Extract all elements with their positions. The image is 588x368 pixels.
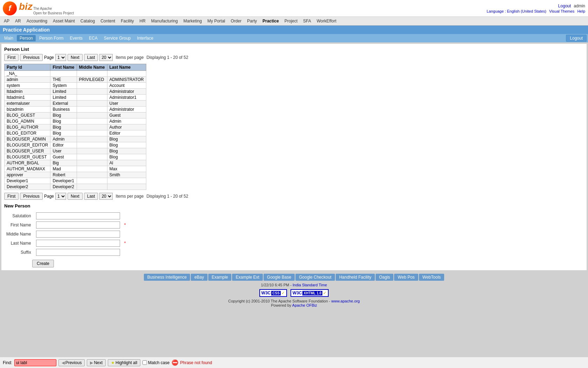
- cell-middle_name: [77, 172, 107, 178]
- first-name-input[interactable]: [36, 222, 120, 229]
- footer-link-web-pos[interactable]: Web Pos: [394, 274, 418, 281]
- cell-first_name: External: [50, 101, 77, 107]
- table-row[interactable]: _NA_: [5, 71, 146, 77]
- previous-btn-bottom[interactable]: Previous: [20, 193, 43, 200]
- footer-link-webtools[interactable]: WebTools: [419, 274, 444, 281]
- cell-last_name: Editor: [107, 130, 146, 136]
- table-row[interactable]: approverRobertSmith: [5, 172, 146, 178]
- cell-last_name: [107, 178, 146, 184]
- table-row[interactable]: AUTHOR_BIGALBigAl: [5, 160, 146, 166]
- subnav-item-eca[interactable]: ECA: [86, 35, 100, 41]
- topnav-item-manufacturing[interactable]: Manufacturing: [149, 18, 180, 25]
- topnav-item-order[interactable]: Order: [228, 18, 244, 25]
- table-row[interactable]: bizadminBusinessAdministrator: [5, 107, 146, 113]
- topnav-item-practice[interactable]: Practice: [260, 18, 281, 25]
- topnav-item-accounting[interactable]: Accounting: [24, 18, 50, 25]
- create-button[interactable]: Create: [32, 260, 54, 267]
- table-row[interactable]: externaluserExternalUser: [5, 101, 146, 107]
- username: admin: [574, 4, 585, 8]
- col-first-name[interactable]: First Name: [50, 64, 77, 71]
- footer-link-google-base[interactable]: Google Base: [264, 274, 295, 281]
- new-person-form: Salutation First Name * Middle Name Last…: [4, 211, 128, 257]
- table-row[interactable]: Developer2Developer2: [5, 184, 146, 190]
- cell-last_name: [107, 184, 146, 190]
- first-btn-top[interactable]: First: [4, 54, 19, 61]
- table-row[interactable]: BLOGUSER_GUESTGuestBlog: [5, 154, 146, 160]
- col-party-id[interactable]: Party Id: [5, 64, 50, 71]
- previous-btn-top[interactable]: Previous: [20, 54, 43, 61]
- footer-link-example-ext[interactable]: Example Ext: [232, 274, 262, 281]
- topnav-item-catalog[interactable]: Catalog: [78, 18, 97, 25]
- subnav-item-events[interactable]: Events: [67, 35, 85, 41]
- next-btn-bottom[interactable]: Next: [68, 193, 83, 200]
- table-row[interactable]: systemSystemAccount: [5, 83, 146, 89]
- table-row[interactable]: Developer1Developer1: [5, 178, 146, 184]
- table-row[interactable]: BLOG_ADMINBlogAdmin: [5, 118, 146, 124]
- items-per-page-select-top[interactable]: 20 10 50: [99, 54, 113, 61]
- last-name-label: Last Name: [4, 239, 34, 248]
- subnav-item-person[interactable]: Person: [17, 35, 36, 41]
- salutation-input[interactable]: [36, 212, 120, 219]
- topnav-item-ar[interactable]: AR: [13, 18, 23, 25]
- visual-themes-link[interactable]: Visual Themes: [549, 9, 574, 13]
- table-row[interactable]: BLOG_EDITORBlogEditor: [5, 130, 146, 136]
- cell-middle_name: [77, 107, 107, 113]
- ofbiz-link[interactable]: Apache OFBiz: [292, 303, 317, 307]
- topnav-item-facility[interactable]: Facility: [118, 18, 136, 25]
- table-row[interactable]: BLOG_GUESTBlogGuest: [5, 113, 146, 118]
- topnav-item-hr[interactable]: HR: [137, 18, 148, 25]
- table-row[interactable]: ltdadmin1LimitedAdministrator1: [5, 95, 146, 101]
- topnav-item-content[interactable]: Content: [98, 18, 118, 25]
- table-row[interactable]: ltdadminLimitedAdministrator: [5, 89, 146, 95]
- cell-party_id: AUTHOR_MADMAX: [5, 166, 50, 172]
- cell-last_name: Smith: [107, 172, 146, 178]
- table-row[interactable]: adminTHEPRIVILEGEDADMINISTRATOR: [5, 77, 146, 83]
- language-link[interactable]: Language : English (United States): [486, 9, 546, 13]
- middle-name-input[interactable]: [36, 231, 120, 238]
- cell-party_id: AUTHOR_BIGAL: [5, 160, 50, 166]
- topnav-item-workeffort[interactable]: WorkEffort: [314, 18, 339, 25]
- table-row[interactable]: BLOGUSER_USERUserBlog: [5, 148, 146, 154]
- footer-link-example[interactable]: Example: [208, 274, 232, 281]
- table-row[interactable]: BLOGUSER_EDITOREditorBlog: [5, 142, 146, 148]
- first-btn-bottom[interactable]: First: [4, 193, 19, 200]
- last-name-required: *: [124, 241, 126, 246]
- timezone-link[interactable]: India Standard Time: [293, 283, 327, 287]
- cell-first_name: Blog: [50, 113, 77, 118]
- table-row[interactable]: BLOG_AUTHORBlogAuthor: [5, 124, 146, 130]
- subnav-item-interface[interactable]: Interface: [134, 35, 156, 41]
- page-select-bottom[interactable]: 1 2 3: [55, 193, 66, 200]
- topnav-item-ap[interactable]: AP: [1, 18, 12, 25]
- footer-link-google-checkout[interactable]: Google Checkout: [295, 274, 335, 281]
- table-row[interactable]: AUTHOR_MADMAXMadMax: [5, 166, 146, 172]
- footer-link-business-intelligence[interactable]: Business Intelligence: [144, 274, 190, 281]
- middle-name-row: Middle Name: [4, 230, 128, 239]
- topnav-item-asset-maint[interactable]: Asset Maint: [50, 18, 77, 25]
- subnav-item-main[interactable]: Main: [1, 35, 16, 41]
- help-link[interactable]: Help: [577, 9, 585, 13]
- topnav-item-sfa[interactable]: SFA: [301, 18, 314, 25]
- page-select-top[interactable]: 1 2 3: [55, 54, 66, 61]
- logout-link[interactable]: Logout: [558, 4, 571, 8]
- items-per-page-select-bottom[interactable]: 20 10 50: [99, 193, 113, 200]
- topnav-item-marketing[interactable]: Marketing: [181, 18, 204, 25]
- topnav-item-party[interactable]: Party: [245, 18, 259, 25]
- topnav-item-project[interactable]: Project: [282, 18, 300, 25]
- col-last-name[interactable]: Last Name: [107, 64, 146, 71]
- table-row[interactable]: BLOGUSER_ADMINAdminBlog: [5, 136, 146, 142]
- last-btn-top[interactable]: Last: [84, 54, 98, 61]
- footer-link-ebay[interactable]: eBay: [191, 274, 207, 281]
- col-middle-name[interactable]: Middle Name: [77, 64, 107, 71]
- subnav-logout-btn[interactable]: Logout: [566, 35, 587, 42]
- subnav-item-person-form[interactable]: Person Form: [36, 35, 66, 41]
- footer-link-oagis[interactable]: Oagis: [376, 274, 393, 281]
- next-btn-top[interactable]: Next: [68, 54, 83, 61]
- cell-last_name: [107, 71, 146, 77]
- last-btn-bottom[interactable]: Last: [84, 193, 98, 200]
- apache-link[interactable]: www.apache.org: [331, 299, 360, 303]
- footer-link-handheld-facility[interactable]: Handheld Facility: [336, 274, 375, 281]
- suffix-input[interactable]: [36, 249, 120, 256]
- subnav-item-service-group[interactable]: Service Group: [101, 35, 134, 41]
- topnav-item-my-portal[interactable]: My Portal: [205, 18, 228, 25]
- last-name-input[interactable]: [36, 240, 120, 247]
